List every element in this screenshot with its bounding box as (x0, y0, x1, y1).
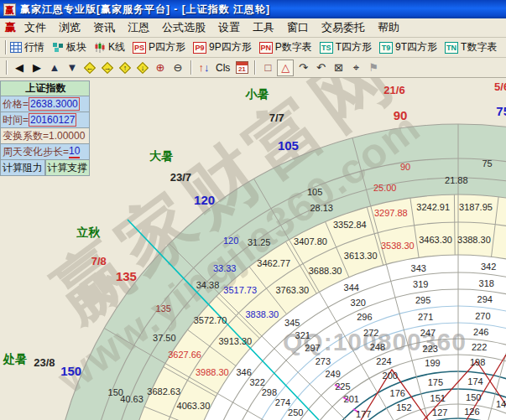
menu-item-3[interactable]: 江恩 (128, 20, 149, 35)
diamond-arrow-icon: ↓ (136, 61, 149, 75)
wheel-label: 274 (275, 397, 290, 407)
gann-wheel-chart: 赢家财富网www.yingjia360.comQQ:100800360小暑大暑立… (0, 78, 506, 420)
wheel-label: 151 (430, 393, 446, 403)
wheel-label: 3407.80 (294, 236, 327, 246)
wheel-label: 3242.91 (416, 202, 450, 212)
wheel-label: 3352.84 (333, 220, 367, 230)
wheel-label: 222 (472, 342, 487, 352)
toolbar-p-table-button[interactable]: PNP数字表 (259, 40, 312, 54)
p-square-icon: PS (133, 42, 146, 54)
pointer-up-button[interactable]: ▲ (46, 60, 63, 76)
wheel-label: 343 (411, 263, 426, 273)
menu-item-6[interactable]: 工具 (253, 20, 274, 35)
pointer-down-button[interactable]: ▼ (64, 60, 81, 76)
p-table-icon: PN (259, 42, 273, 54)
menu-item-5[interactable]: 设置 (218, 20, 240, 35)
wheel-label: 321 (295, 330, 310, 340)
wheel-label: 120 (223, 236, 238, 246)
prev-button[interactable]: ◀ (11, 60, 28, 76)
wheel-label: 40.63 (120, 394, 143, 404)
9t-square-icon: T9 (379, 42, 393, 54)
wheel-label: 34.38 (196, 280, 220, 290)
wheel-label: 25.00 (373, 183, 397, 193)
menu-item-7[interactable]: 窗口 (287, 20, 309, 35)
calc-support-button[interactable]: 计算支撑 (45, 160, 91, 176)
wheel-label: 272 (363, 328, 378, 338)
next-button[interactable]: ▶ (29, 60, 45, 76)
pan-left-button[interactable]: ← (81, 60, 98, 76)
diamond-arrow-icon: ← (83, 61, 97, 75)
wheel-label: 105 (307, 187, 322, 197)
menu-item-0[interactable]: 文件 (24, 20, 46, 35)
wheel-label: 处暑 (3, 352, 27, 366)
wheel-label: 120 (194, 193, 215, 207)
pan-right-button[interactable]: → (99, 60, 116, 76)
toolbar-separator (254, 60, 256, 75)
toolbar-p-square-button[interactable]: PSP四方形 (133, 40, 185, 54)
wheel-label: 3462.77 (257, 258, 290, 268)
panel-value-0[interactable]: 2638.3000 (29, 97, 80, 111)
t-table-icon: TN (445, 42, 458, 54)
panel-label-3: 周天变化步长= (3, 145, 69, 159)
xbox-button[interactable]: ⊠ (330, 60, 347, 76)
triangle-tool-button[interactable]: △ (277, 60, 294, 76)
kline-candles-icon (94, 42, 106, 53)
toolbar-9t-square-label: 9T四方形 (395, 40, 437, 54)
wheel-label: 198 (470, 357, 485, 367)
wheel-label: 75 (482, 158, 492, 169)
wheel-label: 立秋 (76, 226, 101, 239)
zoom-out-button[interactable]: ⊖ (170, 60, 186, 76)
toolbar-quotes-button[interactable]: 行情 (10, 40, 44, 54)
t-square-icon: TS (320, 42, 333, 54)
title-bar: 赢 赢家江恩专业版[赢家服务平台] - [上证指数 江恩轮] (0, 0, 506, 18)
zoom-in-button[interactable]: ⊕ (152, 60, 169, 76)
pan-up-button[interactable]: ↑ (117, 60, 133, 76)
menu-item-8[interactable]: 交易委托 (321, 20, 365, 35)
wheel-label: 177 (356, 409, 371, 419)
cls-button[interactable]: Cls (213, 60, 232, 76)
menu-item-2[interactable]: 资讯 (93, 20, 115, 35)
toolbar-9p-square-label: 9P四方形 (209, 40, 252, 54)
center-button[interactable]: ⌖ (347, 60, 364, 76)
toolbar-t-table-button[interactable]: TNT数字表 (445, 40, 497, 54)
wheel-label: 295 (415, 295, 430, 305)
menu-item-9[interactable]: 帮助 (378, 20, 399, 35)
wheel-label: 3613.30 (344, 251, 378, 261)
toolbar-p-table-label: P数字表 (275, 40, 312, 54)
wheel-label: 135 (116, 269, 137, 283)
rotate-ccw-button[interactable]: ↶ (312, 60, 329, 76)
panel-value-1[interactable]: 20160127 (29, 113, 76, 127)
wheel-label: 3763.30 (275, 285, 309, 295)
pan-down-button[interactable]: ↓ (134, 60, 151, 76)
panel-value-2[interactable]: 1.00000 (49, 130, 85, 142)
wheel-label: 342 (481, 262, 496, 272)
menu-item-4[interactable]: 公式选股 (162, 20, 206, 35)
toolbar-t-square-button[interactable]: TST四方形 (320, 40, 372, 54)
square-tool-button[interactable]: □ (259, 60, 276, 76)
wheel-label: 3627.66 (168, 350, 201, 360)
wheel-toolbar: ◀▶▲▼←→↑↓⊕⊖↑↓Cls21□△↷↶⊠⌖⚑ (0, 58, 506, 78)
wheel-label: 249 (325, 369, 340, 379)
wheel-label: 149 (496, 399, 506, 409)
updown-button[interactable]: ↑↓ (196, 60, 212, 76)
calendar-button[interactable]: 21 (233, 60, 250, 76)
panel-value-3[interactable]: 10 (69, 145, 80, 158)
panel-label-0: 价格= (3, 97, 29, 111)
down-arrow-icon: ↓ (204, 61, 210, 74)
menu-item-1[interactable]: 浏览 (59, 20, 81, 35)
panel-row-2: 变换系数=1.00000 (0, 128, 90, 144)
wheel-label: 7/7 (269, 111, 284, 124)
toolbar-9p-square-button[interactable]: P99P四方形 (193, 40, 252, 54)
wheel-label: 3388.30 (457, 235, 491, 245)
toolbar-kline-button[interactable]: K线 (94, 40, 125, 54)
wheel-label: 4063.30 (177, 401, 211, 411)
pin-button[interactable]: ⚑ (365, 60, 382, 76)
wheel-label: 150 (60, 364, 81, 378)
toolbar-t-square-label: T四方形 (336, 40, 372, 54)
toolbar-sectors-button[interactable]: 板块 (52, 40, 86, 54)
toolbar-9t-square-button[interactable]: T99T四方形 (379, 40, 437, 54)
toolbar-p-square-label: P四方形 (149, 40, 185, 54)
rotate-cw-button[interactable]: ↷ (295, 60, 311, 76)
calc-resistance-button[interactable]: 计算阻力 (0, 160, 45, 176)
main-toolbar: 行情板块K线PSP四方形P99P四方形PNP数字表TST四方形T99T四方形TN… (0, 38, 506, 58)
